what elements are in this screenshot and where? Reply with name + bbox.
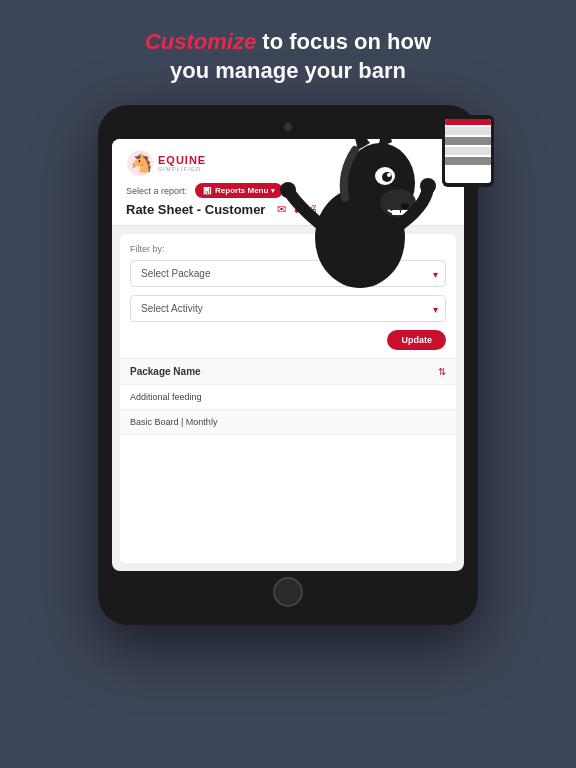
activity-select-wrapper: Select Activity ▾ [130, 295, 446, 322]
brand-simplified-text: SIMPLIFIED [158, 166, 206, 172]
screen-header: 🐴 EQUINE SIMPLIFIED Select a report: Rep… [112, 139, 464, 226]
package-select[interactable]: Select Package [130, 260, 446, 287]
phone-row [445, 157, 491, 165]
report-selector-row: Select a report: Reports Menu [126, 183, 450, 198]
download-icon[interactable]: ⬇ [292, 203, 301, 216]
print-icon[interactable]: 🖨 [307, 203, 318, 216]
table-column-header: Package Name [130, 366, 201, 377]
filter-label: Filter by: [130, 244, 446, 254]
brand-logo: 🐴 EQUINE SIMPLIFIED [126, 149, 450, 177]
table-header-row: Package Name ⇅ [120, 359, 456, 385]
activity-select[interactable]: Select Activity [130, 295, 446, 322]
phone-device [442, 115, 494, 187]
header-highlight: Customize [145, 29, 256, 54]
tablet-screen: 🐴 EQUINE SIMPLIFIED Select a report: Rep… [112, 139, 464, 571]
report-actions: ✉ ⬇ 🖨 [277, 203, 318, 216]
reports-menu-button[interactable]: Reports Menu [195, 183, 283, 198]
phone-row [445, 127, 491, 135]
screen-content: Filter by: Select Package ▾ Select Activ… [120, 234, 456, 563]
tablet-device: 🐴 EQUINE SIMPLIFIED Select a report: Rep… [98, 105, 478, 625]
phone-row [445, 119, 491, 125]
phone-row [445, 137, 491, 145]
package-select-wrapper: Select Package ▾ [130, 260, 446, 287]
brand-equine-text: EQUINE [158, 155, 206, 166]
update-button-row: Update [130, 330, 446, 350]
tablet-home-button[interactable] [273, 577, 303, 607]
page-header: Customize to focus on how you manage you… [0, 0, 576, 95]
table-row: Additional feeding [120, 385, 456, 410]
results-table: Package Name ⇅ Additional feeding Basic … [120, 358, 456, 435]
brand-icon: 🐴 [126, 149, 154, 177]
email-icon[interactable]: ✉ [277, 203, 286, 216]
report-title: Rate Sheet - Customer [126, 202, 265, 217]
phone-screen [445, 119, 491, 183]
rate-sheet-row: Rate Sheet - Customer ✉ ⬇ 🖨 [126, 202, 450, 217]
sort-icon[interactable]: ⇅ [438, 366, 446, 377]
tablet-camera [284, 123, 292, 131]
header-line2: you manage your barn [30, 57, 546, 86]
phone-row [445, 147, 491, 155]
update-button[interactable]: Update [387, 330, 446, 350]
brand-name: EQUINE SIMPLIFIED [158, 155, 206, 172]
table-row: Basic Board | Monthly [120, 410, 456, 435]
header-line1: to focus on how [262, 29, 431, 54]
report-select-label: Select a report: [126, 186, 187, 196]
svg-text:🐴: 🐴 [130, 152, 153, 174]
